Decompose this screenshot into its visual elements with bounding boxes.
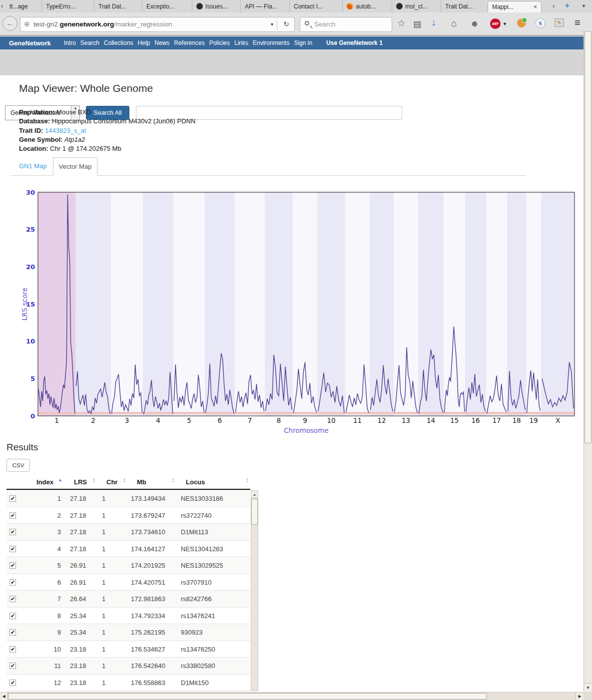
gn-brand[interactable]: GeneNetwork [9, 39, 51, 47]
sort-icons[interactable]: ▲▼ [245, 477, 250, 483]
col-header-chr[interactable]: Chr [106, 478, 117, 486]
messenger-icon[interactable]: ☻ [470, 19, 479, 29]
row-checkbox[interactable]: ✔ [9, 629, 16, 636]
gn-nav-item-references[interactable]: References [174, 39, 204, 46]
browser-tab[interactable]: API — Fla... [240, 0, 289, 12]
tab-gn1-map[interactable]: GN1 Map [19, 162, 47, 170]
sort-icons[interactable]: ▲▼ [91, 477, 96, 483]
home-icon[interactable]: ⌂ [451, 18, 457, 29]
bookmark-star-icon[interactable]: ☆ [397, 17, 406, 29]
cookie-extension-icon[interactable] [517, 18, 526, 27]
scroll-up-icon[interactable]: ▲ [251, 491, 258, 498]
browser-search-field[interactable]: Search [300, 17, 392, 32]
s-extension-icon[interactable]: S [536, 18, 545, 28]
reload-icon[interactable]: ↻ [283, 20, 289, 28]
row-checkbox[interactable]: ✔ [9, 596, 16, 602]
row-checkbox[interactable]: ✔ [9, 579, 16, 586]
x-tick-label: 1 [54, 416, 59, 424]
browser-tab[interactable]: TypeErro... [41, 0, 94, 12]
sort-icons[interactable]: ▲▼ [122, 477, 127, 483]
url-bar[interactable]: ⊕ test-gn2.genenetwork.org/marker_regres… [20, 17, 295, 32]
page-vertical-scrollbar[interactable]: ▼ [584, 30, 592, 692]
gn-nav-item-search[interactable]: Search [80, 39, 99, 46]
close-icon[interactable]: × [532, 3, 537, 10]
chromosome-band-9 [293, 192, 317, 416]
github-favicon-icon [396, 3, 403, 9]
gn-nav-item-links[interactable]: Links [234, 39, 248, 46]
table-scrollbar-thumb[interactable] [251, 499, 258, 525]
url-dropdown-icon[interactable]: ▾ [271, 21, 273, 27]
gn-nav-item-policies[interactable]: Policies [209, 39, 230, 46]
row-checkbox[interactable]: ✔ [9, 646, 16, 653]
cell-mb: 176.558863 [131, 679, 165, 687]
horizontal-scrollbar-thumb[interactable] [8, 693, 487, 700]
new-tab-button[interactable]: + [565, 1, 570, 9]
row-checkbox[interactable]: ✔ [9, 663, 16, 669]
browser-tab[interactable]: Mappi...× [488, 1, 542, 12]
gn-nav-item-help[interactable]: Help [138, 39, 150, 46]
y-tick-label: 10 [26, 338, 35, 345]
row-checkbox[interactable]: ✔ [9, 529, 16, 535]
scroll-left-icon[interactable]: ◀ [0, 693, 8, 700]
clipboard-icon[interactable]: ▤ [413, 19, 421, 29]
cell-locus: rs3707910 [181, 579, 211, 586]
table-row: ✔127.181173.149434NES13033186 [6, 490, 250, 507]
row-checkbox[interactable]: ✔ [9, 512, 16, 519]
back-button[interactable]: ← [2, 16, 17, 31]
row-checkbox[interactable]: ✔ [9, 613, 16, 619]
cell-index: 10 [29, 646, 61, 653]
tab-list-icon[interactable]: ▾ [583, 3, 585, 8]
col-header-locus[interactable]: Locus [186, 478, 205, 486]
page-horizontal-scrollbar[interactable]: ◀ ▶ [0, 692, 584, 700]
table-row: ✔626.911174.420751rs3707910 [6, 574, 250, 591]
chromosome-band-14 [418, 192, 444, 416]
y-tick-label: 0 [30, 412, 35, 420]
table-scrollbar[interactable]: ▲ [251, 490, 258, 691]
scroll-right-icon[interactable]: ▶ [576, 693, 584, 700]
gn-nav-item-intro[interactable]: Intro [64, 39, 76, 46]
sort-icons[interactable]: ▲▼ [171, 477, 176, 483]
gn-nav-item-news[interactable]: News [154, 39, 169, 46]
use-genenetwork1-link[interactable]: Use GeneNetwork 1 [326, 39, 383, 46]
browser-tab[interactable]: Contact I... [289, 0, 342, 12]
browser-tab[interactable]: autob... [342, 0, 392, 12]
col-header-index[interactable]: Index [36, 478, 53, 486]
menu-icon[interactable]: ≡ [575, 17, 581, 28]
scroll-down-icon[interactable]: ▼ [584, 683, 592, 692]
browser-tab[interactable]: Trait Dat... [441, 0, 488, 12]
gn-nav-item-sign-in[interactable]: Sign in [294, 39, 312, 46]
tab-scroll-left-icon[interactable]: ‹ [1, 2, 3, 9]
csv-button[interactable]: CSV [6, 459, 30, 472]
info-line: Population: Mouse BXD [19, 108, 195, 117]
adblock-icon[interactable]: ABP [490, 18, 501, 29]
cell-locus: D1Mit150 [181, 679, 209, 687]
browser-tab[interactable]: Trait Dat... [94, 0, 142, 12]
browser-tab[interactable]: Issues... [192, 0, 240, 12]
browser-tab[interactable]: tt...age [5, 0, 41, 12]
browser-tab[interactable]: mst_cl... [392, 0, 441, 12]
cell-mb: 173.679247 [131, 512, 165, 519]
browser-tab[interactable]: Exceptio... [142, 0, 192, 12]
adblock-caret-icon[interactable]: ▼ [503, 21, 507, 26]
x-tick-label: 5 [187, 416, 191, 424]
tab-vector-map[interactable]: Vector Map [53, 157, 97, 176]
row-checkbox[interactable]: ✔ [9, 562, 16, 569]
row-checkbox[interactable]: ✔ [9, 495, 16, 502]
download-icon[interactable]: ↓ [431, 16, 436, 28]
cell-chr: 1 [102, 679, 105, 687]
col-header-mb[interactable]: Mb [137, 478, 146, 486]
row-checkbox[interactable]: ✔ [9, 680, 16, 686]
gn-nav-item-environments[interactable]: Environments [253, 39, 289, 46]
x-tick-label: 14 [427, 416, 435, 424]
col-header-lrs[interactable]: LRS [74, 478, 87, 486]
edit-extension-icon[interactable]: ✎ [555, 18, 564, 27]
tab-scroll-right-icon[interactable]: › [553, 2, 555, 9]
vertical-scrollbar-thumb[interactable] [585, 31, 592, 443]
cell-chr: 1 [102, 512, 105, 519]
y-tick-label: 30 [26, 189, 35, 196]
info-value[interactable]: 1443823_s_at [45, 127, 86, 134]
gn-nav-item-collections[interactable]: Collections [104, 39, 133, 46]
x-tick-label: 10 [327, 416, 335, 424]
y-axis-label: LRS score [20, 288, 28, 321]
row-checkbox[interactable]: ✔ [9, 546, 16, 552]
